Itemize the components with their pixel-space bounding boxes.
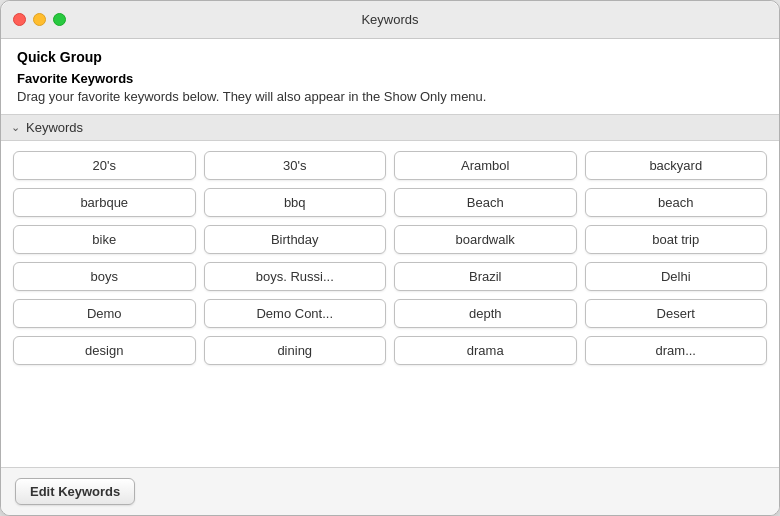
keywords-section-label: Keywords [26,120,83,135]
keyword-button[interactable]: drama [394,336,577,365]
chevron-down-icon: ⌄ [11,121,20,134]
quick-group-title: Quick Group [17,49,763,65]
keyword-button[interactable]: beach [585,188,768,217]
maximize-button[interactable] [53,13,66,26]
keyword-button[interactable]: Birthday [204,225,387,254]
content-area: Quick Group Favorite Keywords Drag your … [1,39,779,515]
keyword-button[interactable]: dining [204,336,387,365]
keyword-button[interactable]: boardwalk [394,225,577,254]
keyword-button[interactable]: depth [394,299,577,328]
traffic-lights [13,13,66,26]
edit-keywords-button[interactable]: Edit Keywords [15,478,135,505]
keyword-button[interactable]: design [13,336,196,365]
keyword-button[interactable]: 30's [204,151,387,180]
favorite-keywords-title: Favorite Keywords [17,71,763,86]
keyword-button[interactable]: Beach [394,188,577,217]
title-bar: Keywords [1,1,779,39]
keyword-button[interactable]: bbq [204,188,387,217]
keywords-grid: 20's30'sArambolbackyardbarbquebbqBeachbe… [13,151,767,365]
keyword-button[interactable]: boys. Russi... [204,262,387,291]
keyword-button[interactable]: Desert [585,299,768,328]
quick-group-section: Quick Group Favorite Keywords Drag your … [1,39,779,114]
keyword-button[interactable]: bike [13,225,196,254]
keywords-section-header[interactable]: ⌄ Keywords [1,114,779,141]
bottom-bar: Edit Keywords [1,467,779,515]
keyword-button[interactable]: barbque [13,188,196,217]
keyword-button[interactable]: boat trip [585,225,768,254]
keyword-button[interactable]: Arambol [394,151,577,180]
close-button[interactable] [13,13,26,26]
keyword-button[interactable]: backyard [585,151,768,180]
keywords-grid-container: 20's30'sArambolbackyardbarbquebbqBeachbe… [1,141,779,467]
keyword-button[interactable]: 20's [13,151,196,180]
keyword-button[interactable]: Brazil [394,262,577,291]
keyword-button[interactable]: Demo [13,299,196,328]
minimize-button[interactable] [33,13,46,26]
favorite-keywords-desc: Drag your favorite keywords below. They … [17,88,763,106]
keyword-button[interactable]: dram... [585,336,768,365]
keyword-button[interactable]: Demo Cont... [204,299,387,328]
window-title: Keywords [361,12,418,27]
main-window: Keywords Quick Group Favorite Keywords D… [0,0,780,516]
keyword-button[interactable]: boys [13,262,196,291]
keyword-button[interactable]: Delhi [585,262,768,291]
